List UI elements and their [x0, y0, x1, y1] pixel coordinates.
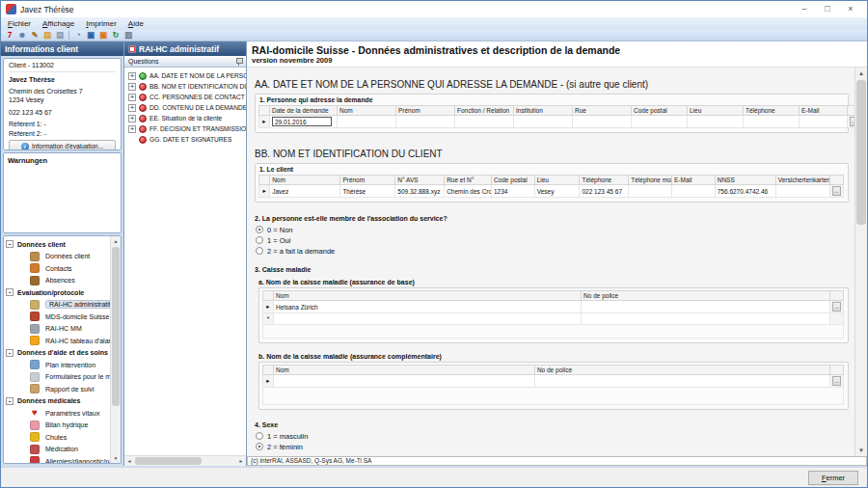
nav-group-donnees-medicales[interactable]: - Données médicales — [4, 395, 110, 408]
cell-prenom[interactable]: Thérèse — [340, 185, 395, 198]
cell-rue[interactable]: Chemin des Crois... — [445, 185, 492, 198]
nav-item-bilan-hydrique[interactable]: Bilan hydrique — [4, 420, 110, 432]
radio-option-fait-demande[interactable]: 2 = a fait la demande — [256, 246, 849, 256]
expand-icon[interactable]: + — [128, 115, 136, 122]
column-header[interactable]: Téléphone — [580, 176, 629, 185]
expand-icon[interactable]: + — [128, 83, 136, 91]
expand-icon[interactable]: + — [128, 104, 136, 112]
scroll-down-icon[interactable]: ▼ — [111, 453, 121, 463]
nav-item-plan-intervention[interactable]: Plan intervention — [4, 359, 110, 371]
window-gray-icon[interactable]: ▤ — [54, 30, 66, 41]
cell-versicherten[interactable] — [775, 185, 829, 198]
column-header[interactable]: No de police — [582, 291, 830, 301]
radio-option-oui[interactable]: 1 = Oui — [256, 235, 849, 245]
row-selector[interactable]: ▸ — [259, 116, 270, 128]
cell-date-demande[interactable]: 29.01.2016 — [270, 116, 338, 128]
nav-item-tableau-alarmes[interactable]: RAI-HC tableau d'alarmes — [4, 335, 110, 347]
clock-icon[interactable]: ◔ — [72, 30, 84, 41]
pin-icon[interactable] — [235, 57, 242, 66]
questions-hscrollbar[interactable]: ◄ ► — [124, 455, 246, 466]
question-node-aa[interactable]: + AA. DATE ET NOM DE LA PERSONNE QUI AD — [124, 70, 246, 81]
cell-caisse-nom[interactable] — [274, 375, 535, 388]
column-header[interactable]: No de police — [534, 366, 829, 375]
evaluation-info-button[interactable]: i Information d'évaluation... — [9, 140, 116, 150]
cell[interactable] — [800, 116, 848, 128]
row-selector[interactable]: ▸ — [263, 375, 274, 388]
column-header[interactable]: Versichertenkarten-Nummer — [775, 176, 829, 185]
close-button[interactable]: × — [839, 2, 862, 16]
new-row-selector[interactable]: * — [263, 313, 274, 325]
column-header[interactable]: Institution — [514, 106, 573, 116]
column-header[interactable]: Nom — [274, 366, 535, 375]
question-node-bb[interactable]: + BB. NOM ET IDENTIFICATION DU CLIENT — [124, 81, 246, 92]
column-header[interactable]: Code postal — [491, 176, 534, 185]
question-node-gg[interactable]: GG. DATE ET SIGNATURES — [124, 134, 246, 145]
cell-lieu[interactable]: Vesey — [534, 185, 580, 198]
ellipsis-button[interactable]: ... — [832, 186, 841, 196]
nav-scrollbar[interactable]: ▲ ▼ — [110, 236, 121, 463]
column-header[interactable]: Prénom — [396, 106, 455, 116]
seven-icon[interactable]: 7 — [4, 30, 15, 41]
collapse-icon[interactable]: - — [6, 349, 14, 357]
nav-item-formulaires-medecin[interactable]: Formulaires pour le médecin — [4, 371, 110, 384]
ellipsis-button[interactable]: ... — [832, 302, 841, 312]
nav-item-parametres-vitaux[interactable]: ♥ Paramètres vitaux — [4, 407, 110, 420]
column-header[interactable]: Fonction / Relation — [455, 106, 514, 116]
row-selector[interactable]: ▸ — [259, 185, 270, 198]
menu-aide[interactable]: Aide — [128, 19, 144, 28]
client-person-icon[interactable]: ☻ — [16, 30, 28, 41]
fermer-button[interactable]: Fermer — [808, 471, 858, 485]
cell-telephone[interactable]: 022 123 45 67 — [580, 185, 629, 198]
cell[interactable] — [396, 116, 455, 128]
cell[interactable] — [632, 116, 688, 128]
nav-group-donnees-client[interactable]: - Données client — [4, 238, 110, 251]
expand-icon[interactable]: + — [128, 125, 136, 133]
cell-nom[interactable]: Javez — [270, 185, 340, 198]
cell-empty[interactable] — [582, 313, 830, 325]
cell[interactable] — [688, 116, 744, 128]
cell[interactable] — [514, 116, 573, 128]
column-header[interactable]: N° AVS — [395, 176, 445, 185]
scroll-thumb[interactable] — [112, 247, 120, 406]
maximize-button[interactable]: □ — [816, 2, 839, 16]
cell[interactable] — [338, 116, 396, 128]
column-header[interactable]: Téléphone — [744, 106, 800, 116]
nav-item-donnees-client[interactable]: Données client — [4, 251, 110, 263]
radio-icon[interactable] — [256, 236, 263, 244]
nav-item-mds-domicile[interactable]: MDS-domicile Suisse — [4, 311, 110, 323]
cell-nnss[interactable]: 756.6270.4742.46 — [715, 185, 775, 198]
minimize-button[interactable]: – — [793, 2, 816, 16]
nav-item-allergies[interactable]: Allergies/diagnostic/pandémie — [4, 455, 110, 463]
cell-avs[interactable]: 509.32.888.xyz — [395, 185, 445, 198]
radio-icon[interactable] — [256, 226, 263, 233]
menu-affichage[interactable]: Affichage — [42, 19, 74, 28]
radio-icon[interactable] — [256, 247, 263, 255]
collapse-icon[interactable]: - — [6, 240, 14, 248]
radio-option-non[interactable]: 0 = Non — [256, 225, 849, 234]
scroll-up-icon[interactable]: ▲ — [111, 236, 121, 246]
nav-group-evaluation[interactable]: - Evaluation/protocole — [4, 286, 110, 299]
cell-email[interactable] — [672, 185, 716, 198]
nav-item-absences[interactable]: Absences — [4, 275, 110, 287]
cell[interactable] — [744, 116, 800, 128]
cell-police[interactable] — [582, 301, 830, 313]
scroll-thumb[interactable] — [856, 80, 866, 225]
scroll-up-icon[interactable]: ▲ — [855, 68, 867, 79]
column-header[interactable]: Téléphone mobile — [629, 176, 672, 185]
column-header[interactable]: Lieu — [534, 176, 580, 185]
collapse-icon[interactable]: - — [6, 288, 14, 296]
nav-item-chutes[interactable]: Chutes — [4, 431, 110, 444]
menu-fichier[interactable]: Fichier — [8, 19, 31, 28]
nav-item-contacts[interactable]: Contacts — [4, 262, 110, 275]
question-node-ff[interactable]: + FF. DECISION ET TRANSMISSION — [124, 123, 246, 134]
print-preview-icon[interactable]: ▥ — [122, 30, 134, 41]
radio-option-masculin[interactable]: 1 = masculin — [256, 431, 849, 441]
column-header[interactable]: Rue — [573, 106, 632, 116]
column-header[interactable]: Nom — [338, 106, 396, 116]
column-header[interactable]: Lieu — [688, 106, 744, 116]
expand-icon[interactable]: + — [128, 94, 136, 101]
nav-item-rapport-suivi[interactable]: Rapport de suivi — [4, 383, 110, 395]
column-header[interactable]: Nom — [274, 291, 582, 301]
radio-option-feminin[interactable]: 2 = féminin — [256, 442, 849, 451]
row-selector[interactable]: ▸ — [263, 301, 274, 313]
